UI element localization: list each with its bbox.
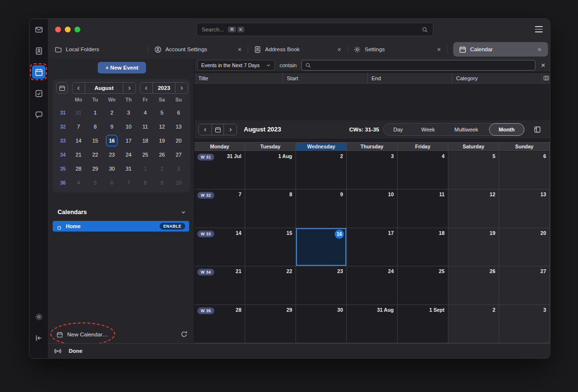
- day-cell[interactable]: 2: [448, 305, 499, 343]
- mini-day[interactable]: 29: [89, 163, 101, 174]
- mini-day[interactable]: 2: [156, 163, 168, 174]
- mini-day[interactable]: 2: [106, 107, 118, 118]
- day-cell[interactable]: 12: [448, 189, 499, 228]
- mini-day[interactable]: 1: [89, 107, 101, 118]
- day-cell[interactable]: 5: [448, 151, 499, 189]
- nav-collapse[interactable]: [32, 331, 45, 345]
- day-cell[interactable]: 1 Sept: [398, 305, 448, 343]
- day-cell[interactable]: 8: [245, 189, 296, 228]
- calendar-enable-badge[interactable]: ENABLE: [160, 223, 185, 230]
- nav-tasks[interactable]: [32, 87, 45, 100]
- day-cell[interactable]: 27: [499, 266, 550, 305]
- view-month[interactable]: Month: [489, 123, 524, 136]
- next-year-button[interactable]: [175, 83, 188, 93]
- mini-day[interactable]: 28: [73, 163, 84, 174]
- nav-address-book[interactable]: [32, 44, 45, 58]
- nav-calendar[interactable]: [32, 65, 45, 79]
- tab-local-folders[interactable]: Local Folders: [49, 40, 148, 58]
- day-cell[interactable]: W 3131 Jul: [194, 151, 245, 189]
- tab-close-button[interactable]: [337, 47, 342, 52]
- day-cell[interactable]: 20: [499, 228, 550, 266]
- mini-day[interactable]: 30: [106, 163, 118, 174]
- day-cell[interactable]: 10: [347, 189, 398, 228]
- day-cell[interactable]: 26: [448, 266, 499, 305]
- day-cell[interactable]: 31 Aug: [347, 305, 398, 343]
- day-cell[interactable]: 30: [296, 305, 347, 343]
- close-filter-button[interactable]: [540, 62, 547, 69]
- tab-account-settings[interactable]: Account Settings: [148, 40, 248, 58]
- day-cell[interactable]: 25: [398, 266, 448, 305]
- mini-day[interactable]: 27: [173, 149, 184, 160]
- day-cell[interactable]: 24: [347, 266, 398, 305]
- mini-day[interactable]: 12: [156, 121, 168, 132]
- mini-day[interactable]: 31: [73, 107, 84, 118]
- mini-day[interactable]: 6: [106, 177, 118, 189]
- day-cell[interactable]: 15: [245, 228, 296, 266]
- nav-settings[interactable]: [32, 310, 45, 323]
- today-button[interactable]: [211, 124, 224, 135]
- mini-week-number[interactable]: 35: [60, 166, 66, 172]
- mini-day[interactable]: 1: [139, 163, 151, 174]
- mini-day[interactable]: 6: [173, 107, 184, 118]
- rotate-view-button[interactable]: [534, 125, 542, 133]
- tab-close-button[interactable]: [237, 47, 242, 52]
- mini-week-number[interactable]: 34: [60, 152, 66, 158]
- column-picker-button[interactable]: [542, 73, 550, 83]
- calendars-section-header[interactable]: Calendars: [58, 207, 186, 217]
- day-cell[interactable]: 17: [347, 228, 398, 266]
- mini-day[interactable]: 31: [123, 163, 134, 174]
- mini-day[interactable]: 5: [89, 177, 101, 189]
- mini-day[interactable]: 4: [139, 107, 151, 118]
- day-cell[interactable]: 9: [296, 189, 347, 228]
- column-header-category[interactable]: Category: [452, 73, 542, 83]
- mini-day[interactable]: 3: [173, 163, 184, 174]
- close-button[interactable]: [55, 27, 61, 32]
- day-cell[interactable]: 16: [296, 228, 347, 266]
- mini-day[interactable]: 18: [139, 135, 151, 146]
- day-cell[interactable]: 13: [499, 189, 550, 228]
- tab-close-button[interactable]: [436, 47, 442, 52]
- mini-day[interactable]: 19: [156, 135, 168, 146]
- day-cell[interactable]: 1 Aug: [245, 151, 296, 189]
- mini-day[interactable]: 23: [106, 149, 118, 160]
- day-cell[interactable]: W 327: [194, 189, 245, 228]
- event-search-input[interactable]: [314, 62, 532, 69]
- tab-close-button[interactable]: [537, 47, 542, 52]
- day-cell[interactable]: W 3528: [194, 305, 245, 343]
- mini-day[interactable]: 11: [139, 121, 151, 132]
- mini-day[interactable]: 15: [89, 135, 101, 146]
- mini-day[interactable]: 4: [73, 177, 84, 189]
- next-period-button[interactable]: [224, 124, 237, 135]
- mini-day[interactable]: 7: [123, 177, 134, 189]
- mini-day[interactable]: 16: [106, 135, 118, 146]
- event-table-body[interactable]: [194, 84, 550, 120]
- view-day[interactable]: Day: [384, 123, 413, 136]
- mini-week-number[interactable]: 32: [60, 124, 66, 130]
- mini-day[interactable]: 13: [173, 121, 184, 132]
- mini-day[interactable]: 8: [89, 121, 101, 132]
- view-week[interactable]: Week: [413, 123, 444, 136]
- mini-day[interactable]: 7: [73, 121, 84, 132]
- event-filter-dropdown[interactable]: Events in the Next 7 Days: [197, 60, 275, 71]
- day-cell[interactable]: W 3421: [194, 266, 245, 305]
- calendar-list-item[interactable]: HomeENABLE: [53, 221, 189, 232]
- mini-day[interactable]: 21: [73, 149, 84, 160]
- prev-period-button[interactable]: [199, 124, 211, 135]
- new-event-button[interactable]: + New Event: [98, 62, 146, 73]
- prev-year-button[interactable]: [140, 83, 153, 93]
- mini-day[interactable]: 9: [156, 177, 168, 189]
- mini-week-number[interactable]: 36: [60, 180, 66, 186]
- day-cell[interactable]: 3: [499, 305, 550, 343]
- mini-day[interactable]: 3: [123, 107, 134, 118]
- zoom-button[interactable]: [74, 27, 80, 32]
- next-month-button[interactable]: [123, 83, 135, 93]
- global-search[interactable]: Search... ⌘K: [196, 23, 433, 36]
- mini-day[interactable]: 17: [123, 135, 134, 146]
- mini-calendar-picker-button[interactable]: [56, 82, 68, 94]
- day-cell[interactable]: 22: [245, 266, 296, 305]
- tab-settings[interactable]: Settings: [348, 40, 447, 58]
- prev-month-button[interactable]: [73, 83, 85, 93]
- day-cell[interactable]: 19: [448, 228, 499, 266]
- mini-week-number[interactable]: 31: [60, 110, 66, 116]
- new-calendar-button[interactable]: New Calendar…: [57, 330, 108, 339]
